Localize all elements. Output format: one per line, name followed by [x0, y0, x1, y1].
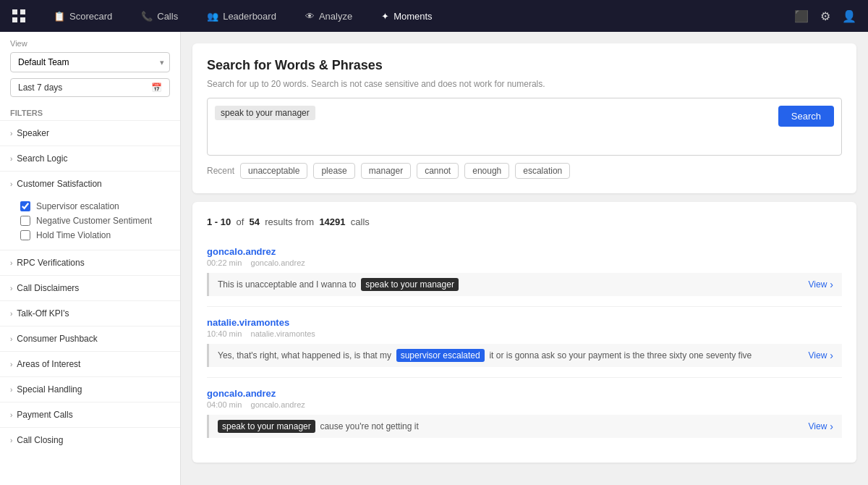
sidebar-section-call-disclosures-header[interactable]: › Call Disclaimers	[0, 276, 180, 300]
chevron-right-icon: ›	[10, 411, 12, 419]
topnav-right-icons: ⬛ ⚙ 👤	[794, 9, 856, 23]
view-label: View	[10, 39, 170, 48]
sidebar-section-rpc-verifications: › RPC Verifications	[0, 250, 180, 275]
calendar-icon: 📅	[151, 83, 162, 93]
supervisor-escalation-checkbox[interactable]	[20, 201, 30, 211]
recent-tag-unacceptable[interactable]: unacceptable	[240, 163, 307, 179]
checkbox-negative-customer-sentiment: Negative Customer Sentiment	[20, 214, 170, 228]
view-link-2[interactable]: View ›	[809, 350, 833, 361]
snippet-highlight-3: speak to your manager	[218, 420, 315, 433]
recent-tag-cannot[interactable]: cannot	[417, 163, 459, 179]
date-range-picker[interactable]: Last 7 days 📅	[10, 78, 170, 97]
chevron-down-icon: ›	[10, 180, 12, 188]
sidebar-section-payment-calls-header[interactable]: › Payment Calls	[0, 402, 180, 427]
result-agent-2: natalie.viramontes	[251, 329, 315, 338]
result-agent-name-3[interactable]: goncalo.andrez	[207, 388, 842, 399]
results-range: 1 - 10	[207, 216, 231, 227]
sidebar-view-section: View Default Team Last 7 days 📅	[0, 32, 180, 101]
arrow-icon-2: ›	[830, 350, 833, 361]
logo[interactable]	[12, 9, 30, 23]
results-calls: 14291	[319, 216, 345, 227]
result-time-3: 04:00 min	[207, 400, 242, 409]
monitor-icon[interactable]: ⬛	[794, 9, 809, 23]
section-label: Payment Calls	[17, 410, 72, 420]
recent-label: Recent	[207, 166, 234, 176]
negative-customer-sentiment-checkbox[interactable]	[20, 216, 30, 226]
result-agent-3: goncalo.andrez	[251, 400, 305, 409]
sidebar: View Default Team Last 7 days 📅 Filters …	[0, 32, 181, 485]
results-header: 1 - 10 of 54 results from 14291 calls	[207, 216, 842, 227]
search-subtitle: Search for up to 20 words. Search is not…	[207, 79, 842, 89]
results-card: 1 - 10 of 54 results from 14291 calls go…	[192, 202, 856, 463]
recent-tag-please[interactable]: please	[313, 163, 354, 179]
sidebar-section-consumer-pushback: › Consumer Pushback	[0, 326, 180, 351]
nav-moments[interactable]: ✦ Moments	[375, 8, 438, 25]
sidebar-section-areas-of-interest: › Areas of Interest	[0, 351, 180, 376]
arrow-icon-3: ›	[830, 421, 833, 432]
result-snippet-2: Yes, that's right, what happened is, is …	[207, 344, 842, 367]
sidebar-section-areas-of-interest-header[interactable]: › Areas of Interest	[0, 352, 180, 376]
result-item-1: goncalo.andrez 00:22 min goncalo.andrez …	[207, 236, 842, 307]
results-total: 54	[250, 216, 260, 227]
search-card: Search for Words & Phrases Search for up…	[192, 43, 856, 193]
chevron-right-icon: ›	[10, 335, 12, 343]
chevron-right-icon: ›	[10, 259, 12, 267]
snippet-after-3: cause you're not getting it	[320, 421, 418, 431]
chevron-right-icon: ›	[10, 386, 12, 394]
sidebar-section-special-handling-header[interactable]: › Special Handling	[0, 377, 180, 402]
checkbox-supervisor-escalation: Supervisor escalation	[20, 199, 170, 214]
sidebar-section-customer-satisfaction: › Customer Satisfaction Supervisor escal…	[0, 171, 180, 250]
sidebar-section-talk-off-kpis-header[interactable]: › Talk-Off KPI's	[0, 301, 180, 326]
recent-tag-enough[interactable]: enough	[464, 163, 509, 179]
search-input-area[interactable]: speak to your manager Search	[207, 98, 842, 156]
search-button[interactable]: Search	[778, 106, 834, 127]
nav-analyze[interactable]: 👁 Analyze	[299, 8, 358, 25]
sidebar-section-talk-off-kpis: › Talk-Off KPI's	[0, 300, 180, 326]
sidebar-section-search-logic-header[interactable]: › Search Logic	[0, 146, 180, 171]
sidebar-section-consumer-pushback-header[interactable]: › Consumer Pushback	[0, 326, 180, 351]
nav-calls[interactable]: 📞 Calls	[135, 8, 184, 25]
section-label: Speaker	[17, 128, 49, 138]
chevron-right-icon: ›	[10, 360, 12, 368]
section-label: Call Closing	[17, 435, 63, 445]
recent-tag-escalation[interactable]: escalation	[515, 163, 570, 179]
scorecard-icon: 📋	[54, 11, 65, 22]
hold-time-violation-checkbox[interactable]	[20, 230, 30, 240]
nav-scorecard[interactable]: 📋 Scorecard	[48, 8, 118, 25]
sidebar-section-call-disclosures: › Call Disclaimers	[0, 275, 180, 300]
snippet-text-3: speak to your manager cause you're not g…	[218, 421, 800, 431]
chevron-right-icon: ›	[10, 284, 12, 292]
search-title: Search for Words & Phrases	[207, 58, 842, 73]
sidebar-section-search-logic: › Search Logic	[0, 146, 180, 171]
settings-icon[interactable]: ⚙	[820, 9, 830, 23]
snippet-highlight-1: speak to your manager	[361, 278, 459, 291]
svg-rect-0	[12, 9, 17, 14]
user-icon[interactable]: 👤	[842, 9, 856, 23]
result-snippet-1: This is unacceptable and I wanna to spea…	[207, 273, 842, 296]
snippet-after-2: it or is gonna ask so your payment is th…	[489, 350, 752, 360]
nav-leaderboard[interactable]: 👥 Leaderboard	[201, 8, 282, 25]
snippet-before-2: Yes, that's right, what happened is, is …	[218, 350, 391, 360]
chevron-right-icon: ›	[10, 155, 12, 163]
view-link-3[interactable]: View ›	[809, 421, 833, 432]
result-agent-1: goncalo.andrez	[251, 258, 305, 267]
result-item-2: natalie.viramontes 10:40 min natalie.vir…	[207, 307, 842, 378]
team-select[interactable]: Default Team	[10, 52, 170, 72]
arrow-icon-1: ›	[830, 279, 833, 290]
view-link-1[interactable]: View ›	[809, 279, 833, 290]
moments-icon: ✦	[381, 11, 389, 22]
sidebar-section-call-closing-header[interactable]: › Call Closing	[0, 428, 180, 452]
leaderboard-icon: 👥	[207, 11, 218, 22]
sidebar-section-customer-satisfaction-header[interactable]: › Customer Satisfaction	[0, 172, 180, 196]
snippet-text-1: This is unacceptable and I wanna to spea…	[218, 279, 800, 290]
sidebar-section-speaker-header[interactable]: › Speaker	[0, 121, 180, 146]
result-agent-name-2[interactable]: natalie.viramontes	[207, 317, 842, 328]
svg-rect-2	[12, 17, 17, 22]
result-meta-3: 04:00 min goncalo.andrez	[207, 400, 842, 409]
recent-tag-manager[interactable]: manager	[361, 163, 411, 179]
analyze-icon: 👁	[305, 11, 315, 22]
team-select-wrapper: Default Team	[10, 52, 170, 72]
result-agent-name-1[interactable]: goncalo.andrez	[207, 246, 842, 257]
sidebar-section-rpc-verifications-header[interactable]: › RPC Verifications	[0, 250, 180, 275]
sidebar-section-payment-calls: › Payment Calls	[0, 402, 180, 427]
